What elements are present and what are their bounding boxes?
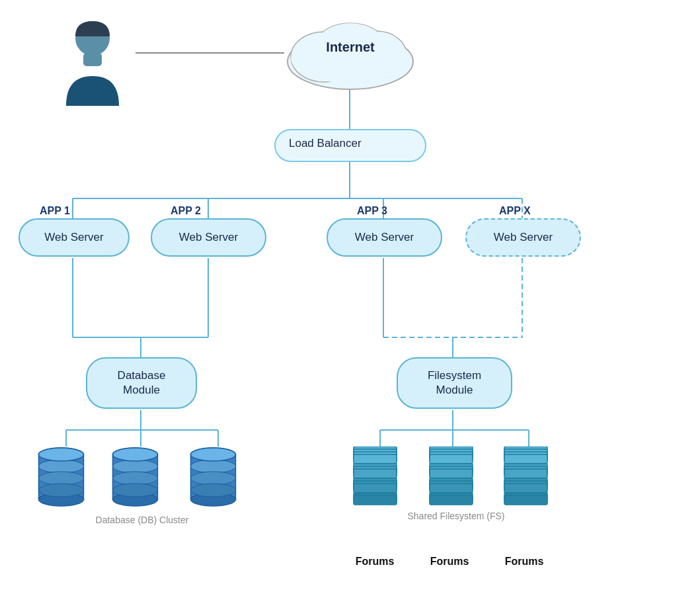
- svg-point-55: [191, 484, 236, 497]
- web-server-1: Web Server: [19, 218, 130, 257]
- internet-label: Internet: [278, 40, 423, 55]
- svg-rect-60: [354, 454, 397, 464]
- architecture-diagram: Internet Load Balancer APP 1 APP 2 APP 3…: [0, 0, 700, 596]
- web-server-4: Web Server: [465, 218, 581, 257]
- svg-point-48: [113, 484, 158, 497]
- app3-label: APP 3: [357, 205, 387, 217]
- svg-point-42: [39, 448, 84, 461]
- svg-rect-92: [504, 495, 547, 505]
- fs-module-label: Filesystem Module: [428, 368, 481, 398]
- svg-rect-80: [430, 495, 473, 505]
- svg-point-49: [113, 448, 158, 461]
- load-balancer-box: Load Balancer: [274, 129, 426, 162]
- internet-cloud: Internet: [278, 12, 423, 94]
- database-module-box: Database Module: [86, 357, 197, 409]
- forums-label-1: Forums: [345, 556, 405, 568]
- app1-label: APP 1: [40, 205, 70, 217]
- svg-rect-63: [354, 469, 397, 478]
- appx-label: APP X: [499, 205, 531, 217]
- svg-point-46: [113, 460, 158, 473]
- db-module-label: Database Module: [118, 368, 166, 398]
- svg-point-54: [191, 472, 236, 485]
- ws3-label: Web Server: [355, 231, 414, 244]
- svg-rect-72: [430, 454, 473, 464]
- filesystem-module-box: Filesystem Module: [397, 357, 512, 409]
- svg-point-56: [191, 448, 236, 461]
- svg-point-39: [39, 460, 84, 473]
- svg-point-47: [113, 472, 158, 485]
- fs-stack-2: [426, 447, 476, 506]
- svg-rect-66: [354, 484, 397, 493]
- svg-rect-84: [504, 454, 547, 464]
- svg-rect-87: [504, 469, 547, 478]
- db-cylinder-2: [110, 447, 160, 509]
- ws4-label: Web Server: [494, 231, 553, 244]
- fs-stack-1: [350, 447, 400, 506]
- ws2-label: Web Server: [179, 231, 238, 244]
- svg-point-53: [191, 460, 236, 473]
- svg-rect-75: [430, 469, 473, 478]
- svg-rect-27: [83, 53, 102, 66]
- ws1-label: Web Server: [44, 231, 103, 244]
- forums-label-3: Forums: [494, 556, 554, 568]
- svg-rect-78: [430, 484, 473, 493]
- forums-label-2: Forums: [420, 556, 479, 568]
- svg-rect-68: [354, 495, 397, 505]
- web-server-2: Web Server: [151, 218, 266, 257]
- web-server-3: Web Server: [327, 218, 442, 257]
- db-cluster-caption: Database (DB) Cluster: [23, 515, 261, 525]
- svg-point-40: [39, 472, 84, 485]
- fs-caption: Shared Filesystem (FS): [337, 511, 575, 521]
- svg-point-41: [39, 484, 84, 497]
- user-icon: [53, 13, 132, 108]
- fs-cluster-label: Shared Filesystem (FS): [407, 511, 504, 521]
- svg-rect-90: [504, 484, 547, 493]
- db-cylinder-3: [188, 447, 238, 509]
- db-cylinder-1: [36, 447, 86, 509]
- app2-label: APP 2: [171, 205, 201, 217]
- fs-stack-3: [501, 447, 551, 506]
- load-balancer-label: Load Balancer: [289, 137, 362, 149]
